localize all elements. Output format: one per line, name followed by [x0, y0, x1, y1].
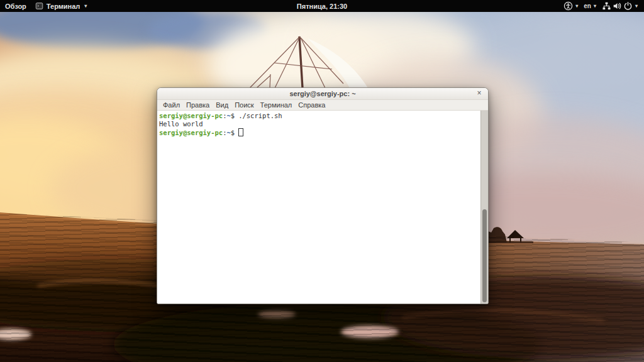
menu-file[interactable]: Файл	[160, 101, 183, 109]
volume-icon	[613, 1, 622, 11]
clock-label: Пятница, 21:30	[297, 3, 347, 10]
prompt-user: sergiy@sergiy-pc	[159, 112, 223, 119]
window-titlebar[interactable]: sergiy@sergiy-pc: ~ ×	[157, 88, 488, 99]
terminal-menu-bar: Файл Правка Вид Поиск Терминал Справка	[157, 99, 488, 111]
prompt-user: sergiy@sergiy-pc	[159, 129, 223, 136]
command-text: ./script.sh	[238, 112, 282, 119]
scrollbar-thumb[interactable]	[482, 209, 487, 302]
activities-button[interactable]: Обзор	[5, 3, 26, 10]
terminal-content[interactable]: sergiy@sergiy-pc:~$./script.sh Hello wor…	[157, 111, 488, 304]
chevron-down-icon: ▾	[575, 3, 578, 9]
terminal-window: sergiy@sergiy-pc: ~ × Файл Правка Вид По…	[157, 87, 489, 304]
gnome-top-bar: Обзор Терминал ▾ Пятница, 21:30 ▾ en ▾	[0, 0, 644, 12]
system-status-menu[interactable]: ▾	[602, 1, 638, 11]
scrollbar-track[interactable]	[480, 111, 488, 304]
app-menu-label: Терминал	[47, 3, 80, 10]
menu-help[interactable]: Справка	[295, 101, 328, 109]
menu-view[interactable]: Вид	[213, 101, 231, 109]
keyboard-layout-menu[interactable]: en ▾	[584, 3, 596, 9]
terminal-app-icon	[35, 2, 43, 10]
power-icon	[623, 1, 633, 11]
accessibility-menu[interactable]: ▾	[564, 1, 578, 11]
network-wired-icon	[602, 1, 611, 11]
terminal-line-prompt: sergiy@sergiy-pc:~$	[159, 128, 478, 137]
terminal-line-command: sergiy@sergiy-pc:~$./script.sh	[159, 112, 478, 120]
clock-button[interactable]: Пятница, 21:30	[297, 0, 347, 12]
chevron-down-icon: ▾	[635, 3, 638, 9]
terminal-cursor	[238, 128, 243, 136]
window-title: sergiy@sergiy-pc: ~	[289, 90, 355, 97]
terminal-line-output: Hello world	[159, 120, 478, 128]
prompt-symbol: $	[231, 112, 235, 119]
menu-edit[interactable]: Правка	[183, 101, 213, 109]
accessibility-icon	[564, 1, 573, 11]
chevron-down-icon: ▾	[84, 3, 87, 9]
app-menu-button[interactable]: Терминал ▾	[35, 2, 87, 10]
close-button[interactable]: ×	[475, 89, 484, 98]
desktop: { "top_bar": { "activities": "Обзор", "a…	[0, 0, 644, 362]
menu-search[interactable]: Поиск	[231, 101, 257, 109]
chevron-down-icon: ▾	[594, 3, 596, 9]
menu-terminal[interactable]: Терминал	[257, 101, 296, 109]
prompt-symbol: $	[231, 129, 235, 136]
keyboard-layout-label: en	[584, 3, 591, 9]
